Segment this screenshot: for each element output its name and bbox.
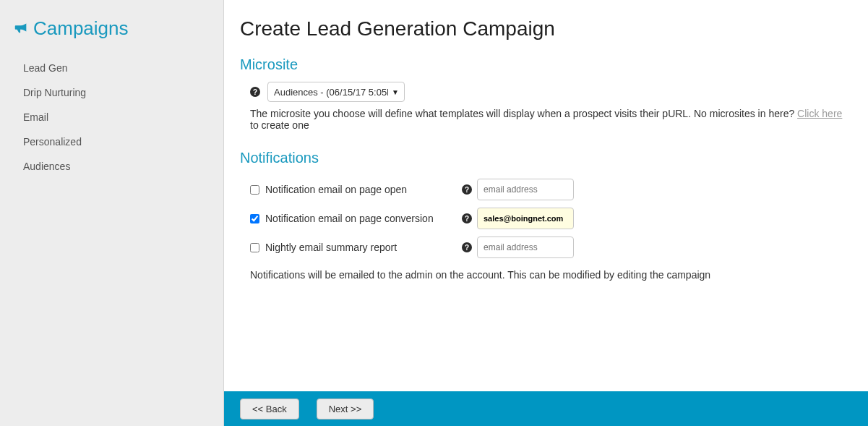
nightly-summary-email-input[interactable] — [477, 237, 574, 258]
notification-rows: Notification email on page open ? Notifi… — [250, 175, 852, 262]
notification-row-nightly-summary: Nightly email summary report ? — [250, 233, 852, 262]
notifications-note: Notifications will be emailed to the adm… — [250, 269, 852, 281]
sidebar-item-email[interactable]: Email — [23, 105, 223, 129]
page-open-label: Notification email on page open — [265, 184, 407, 195]
sidebar-item-audiences[interactable]: Audiences — [23, 154, 223, 179]
main: Create Lead Generation Campaign Microsit… — [224, 0, 868, 426]
sidebar-item-drip-nurturing[interactable]: Drip Nurturing — [23, 80, 223, 105]
microsite-note: The microsite you choose will define wha… — [250, 108, 852, 131]
next-button[interactable]: Next >> — [317, 399, 374, 419]
sidebar: Campaigns Lead Gen Drip Nurturing Email … — [0, 0, 224, 426]
help-icon[interactable]: ? — [462, 213, 472, 223]
chevron-down-icon: ▼ — [392, 88, 399, 96]
help-icon[interactable]: ? — [462, 242, 472, 252]
page-open-checkbox[interactable] — [250, 185, 259, 195]
microsite-note-suffix: to create one — [250, 119, 309, 131]
notifications-section: Notifications Notification email on page… — [240, 150, 852, 281]
sidebar-nav: Lead Gen Drip Nurturing Email Personaliz… — [13, 56, 223, 179]
help-icon[interactable]: ? — [250, 87, 260, 97]
sidebar-item-personalized[interactable]: Personalized — [23, 129, 223, 154]
nightly-summary-label: Nightly email summary report — [265, 242, 397, 253]
notification-row-page-open: Notification email on page open ? — [250, 175, 852, 204]
sidebar-title: Campaigns — [33, 17, 129, 40]
sidebar-header: Campaigns — [13, 17, 223, 40]
microsite-click-here-link[interactable]: Click here — [797, 108, 842, 119]
microsite-section-title: Microsite — [240, 56, 852, 73]
page-conversion-email-input[interactable] — [477, 208, 574, 229]
page-open-email-input[interactable] — [477, 179, 574, 200]
microsite-row: ? Audiences - (06/15/17 5:05PM) ▼ — [250, 82, 852, 102]
sidebar-item-lead-gen[interactable]: Lead Gen — [23, 56, 223, 80]
megaphone-icon — [13, 20, 29, 38]
page-conversion-checkbox[interactable] — [250, 214, 259, 223]
content: Create Lead Generation Campaign Microsit… — [224, 0, 868, 391]
nightly-summary-checkbox[interactable] — [250, 243, 259, 252]
back-button[interactable]: << Back — [240, 399, 299, 419]
page-title: Create Lead Generation Campaign — [240, 17, 852, 41]
footer-bar: << Back Next >> — [224, 391, 868, 426]
help-icon[interactable]: ? — [462, 184, 472, 195]
microsite-section: Microsite ? Audiences - (06/15/17 5:05PM… — [240, 56, 852, 131]
microsite-select-value: Audiences - (06/15/17 5:05PM) — [274, 87, 388, 98]
page-conversion-label: Notification email on page conversion — [265, 213, 434, 224]
notifications-section-title: Notifications — [240, 150, 852, 166]
microsite-note-prefix: The microsite you choose will define wha… — [250, 108, 797, 119]
microsite-select[interactable]: Audiences - (06/15/17 5:05PM) ▼ — [267, 82, 405, 102]
notification-row-page-conversion: Notification email on page conversion ? — [250, 204, 852, 233]
